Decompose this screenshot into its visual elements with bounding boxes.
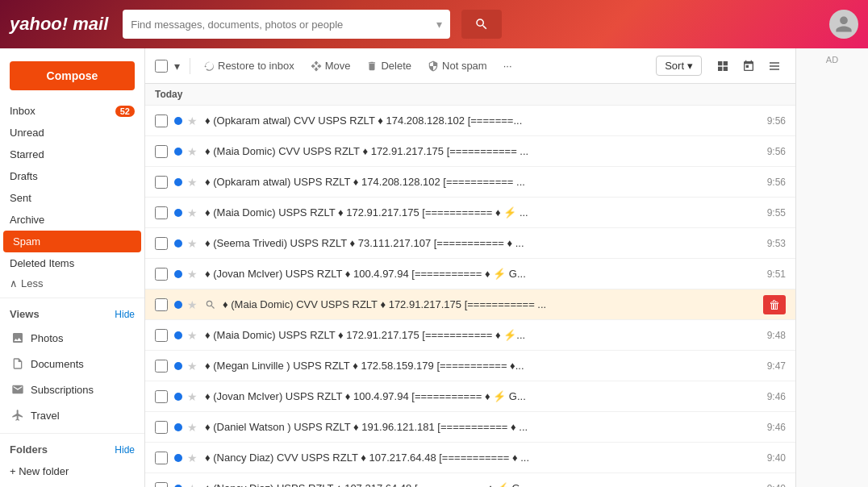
email-time: 9:56 bbox=[767, 146, 786, 157]
email-checkbox[interactable] bbox=[155, 360, 168, 373]
less-toggle[interactable]: ∧ Less bbox=[0, 274, 144, 293]
email-delete-button[interactable]: 🗑 bbox=[763, 295, 786, 314]
email-time: 9:53 bbox=[767, 238, 786, 249]
email-row[interactable]: ★ ♦ (Megan Linville ) USPS RZLT ♦ 172.58… bbox=[145, 351, 795, 381]
list-view-icon[interactable] bbox=[763, 55, 786, 77]
email-checkbox[interactable] bbox=[155, 145, 168, 158]
email-subject: ♦ (Opkaram atwal) USPS RZLT ♦ 174.208.12… bbox=[205, 176, 761, 188]
sidebar-divider-2 bbox=[0, 433, 144, 434]
email-checkbox[interactable] bbox=[155, 421, 168, 434]
search-icon bbox=[474, 17, 489, 31]
unread-dot bbox=[174, 331, 182, 339]
star-icon[interactable]: ★ bbox=[187, 206, 200, 219]
delete-button[interactable]: Delete bbox=[360, 56, 418, 75]
select-chevron[interactable]: ▾ bbox=[171, 56, 183, 76]
star-icon[interactable]: ★ bbox=[187, 360, 200, 373]
compose-button[interactable]: Compose bbox=[10, 61, 135, 90]
header: yahoo! mail ▾ bbox=[0, 0, 868, 48]
views-section-header: Views Hide bbox=[0, 303, 144, 325]
photos-icon bbox=[10, 330, 26, 346]
sidebar-item-archive[interactable]: Archive bbox=[0, 209, 144, 231]
email-time: 9:47 bbox=[767, 360, 786, 372]
not-spam-button[interactable]: Not spam bbox=[421, 56, 494, 75]
star-icon[interactable]: ★ bbox=[187, 390, 200, 403]
star-icon[interactable]: ★ bbox=[187, 268, 200, 281]
inbox-badge: 52 bbox=[115, 106, 135, 117]
email-row[interactable]: ★ ♦ (Maia Domic) USPS RZLT ♦ 172.91.217.… bbox=[145, 320, 795, 351]
email-subject: ♦ (Maia Domic) CVV USPS RZLT ♦ 172.91.21… bbox=[223, 298, 760, 310]
star-icon[interactable]: ★ bbox=[187, 452, 200, 464]
sidebar-divider bbox=[0, 298, 144, 298]
star-icon[interactable]: ★ bbox=[187, 114, 200, 127]
user-icon bbox=[834, 15, 853, 34]
sidebar-item-documents[interactable]: Documents bbox=[0, 351, 144, 377]
search-input[interactable] bbox=[131, 19, 432, 31]
sidebar-item-inbox[interactable]: Inbox 52 bbox=[0, 100, 144, 122]
email-row[interactable]: ★ ♦ (Opkaram atwal) CVV USPS RZLT ♦ 174.… bbox=[145, 106, 795, 136]
email-checkbox[interactable] bbox=[155, 114, 168, 127]
star-icon[interactable]: ★ bbox=[187, 329, 200, 342]
email-time: 9:56 bbox=[767, 115, 786, 127]
email-time: 9:56 bbox=[767, 177, 786, 188]
sidebar-item-deleted[interactable]: Deleted Items bbox=[0, 252, 144, 274]
email-time: 9:46 bbox=[767, 391, 786, 402]
documents-icon bbox=[10, 356, 26, 372]
star-icon[interactable]: ★ bbox=[187, 421, 200, 434]
sidebar-item-drafts[interactable]: Drafts bbox=[0, 165, 144, 187]
select-all-checkbox[interactable] bbox=[155, 60, 168, 73]
email-row[interactable]: ★ ♦ (Nancy Diaz) CVV USPS RZLT ♦ 107.217… bbox=[145, 443, 795, 473]
sort-button[interactable]: Sort ▾ bbox=[656, 56, 702, 76]
sidebar-item-unread[interactable]: Unread bbox=[0, 122, 144, 144]
unread-dot bbox=[174, 239, 182, 248]
email-checkbox[interactable] bbox=[155, 390, 168, 403]
grid-view-icon[interactable] bbox=[712, 55, 734, 77]
body: Compose Inbox 52 Unread Starred Drafts S… bbox=[0, 48, 868, 487]
email-checkbox[interactable] bbox=[155, 176, 168, 189]
sidebar-item-sent[interactable]: Sent bbox=[0, 187, 144, 209]
toolbar: ▾ Restore to inbox Move Delete Not spam … bbox=[145, 48, 795, 84]
email-checkbox[interactable] bbox=[155, 268, 168, 281]
email-row[interactable]: ★ ♦ (Maia Domic) CVV USPS RZLT ♦ 172.91.… bbox=[145, 289, 795, 320]
star-icon[interactable]: ★ bbox=[187, 176, 200, 189]
star-icon[interactable]: ★ bbox=[187, 145, 200, 158]
email-checkbox[interactable] bbox=[155, 206, 168, 219]
email-checkbox[interactable] bbox=[155, 298, 168, 311]
star-icon[interactable]: ★ bbox=[187, 237, 200, 250]
folders-hide-button[interactable]: Hide bbox=[115, 444, 135, 456]
avatar[interactable] bbox=[829, 10, 858, 39]
email-row[interactable]: ★ ♦ (Nancy Diaz) USPS RZLT ♦ 107.217.64.… bbox=[145, 473, 795, 487]
email-row[interactable]: ★ ♦ (Maia Domic) USPS RZLT ♦ 172.91.217.… bbox=[145, 198, 795, 228]
email-subject: ♦ (Maia Domic) CVV USPS RZLT ♦ 172.91.21… bbox=[205, 145, 761, 157]
email-row[interactable]: ★ ♦ (Jovan McIver) USPS RZLT ♦ 100.4.97.… bbox=[145, 259, 795, 289]
email-row[interactable]: ★ ♦ (Opkaram atwal) USPS RZLT ♦ 174.208.… bbox=[145, 167, 795, 198]
toolbar-divider bbox=[190, 58, 190, 74]
email-checkbox[interactable] bbox=[155, 452, 168, 464]
email-row[interactable]: ★ ♦ (Seema Trivedi) USPS RZLT ♦ 73.111.2… bbox=[145, 228, 795, 259]
star-icon[interactable]: ★ bbox=[187, 482, 200, 488]
more-button[interactable]: ··· bbox=[497, 56, 519, 75]
email-row[interactable]: ★ ♦ (Daniel Watson ) USPS RZLT ♦ 191.96.… bbox=[145, 412, 795, 443]
restore-button[interactable]: Restore to inbox bbox=[197, 56, 301, 75]
sidebar-item-subscriptions[interactable]: Subscriptions bbox=[0, 377, 144, 402]
email-row[interactable]: ★ ♦ (Jovan McIver) USPS RZLT ♦ 100.4.97.… bbox=[145, 381, 795, 412]
shield-icon bbox=[428, 60, 439, 72]
star-icon[interactable]: ★ bbox=[187, 298, 200, 311]
sidebar-item-spam[interactable]: Spam bbox=[3, 231, 141, 252]
email-checkbox[interactable] bbox=[155, 482, 168, 488]
email-time: 9:51 bbox=[767, 268, 786, 280]
email-subject: ♦ (Jovan McIver) USPS RZLT ♦ 100.4.97.94… bbox=[205, 268, 761, 280]
email-subject: ♦ (Maia Domic) USPS RZLT ♦ 172.91.217.17… bbox=[205, 206, 761, 219]
chevron-down-icon[interactable]: ▾ bbox=[436, 18, 442, 31]
calendar-icon[interactable] bbox=[737, 55, 760, 77]
sidebar-item-photos[interactable]: Photos bbox=[0, 325, 144, 351]
email-row[interactable]: ★ ♦ (Maia Domic) CVV USPS RZLT ♦ 172.91.… bbox=[145, 136, 795, 167]
email-checkbox[interactable] bbox=[155, 237, 168, 250]
new-folder-button[interactable]: + New folder bbox=[0, 460, 144, 482]
move-button[interactable]: Move bbox=[304, 56, 357, 75]
sidebar-item-travel[interactable]: Travel bbox=[0, 402, 144, 428]
yahoo-logo: yahoo! mail bbox=[10, 14, 108, 35]
search-button[interactable] bbox=[461, 10, 502, 39]
sidebar-item-starred[interactable]: Starred bbox=[0, 144, 144, 165]
email-checkbox[interactable] bbox=[155, 329, 168, 342]
views-hide-button[interactable]: Hide bbox=[115, 309, 135, 320]
